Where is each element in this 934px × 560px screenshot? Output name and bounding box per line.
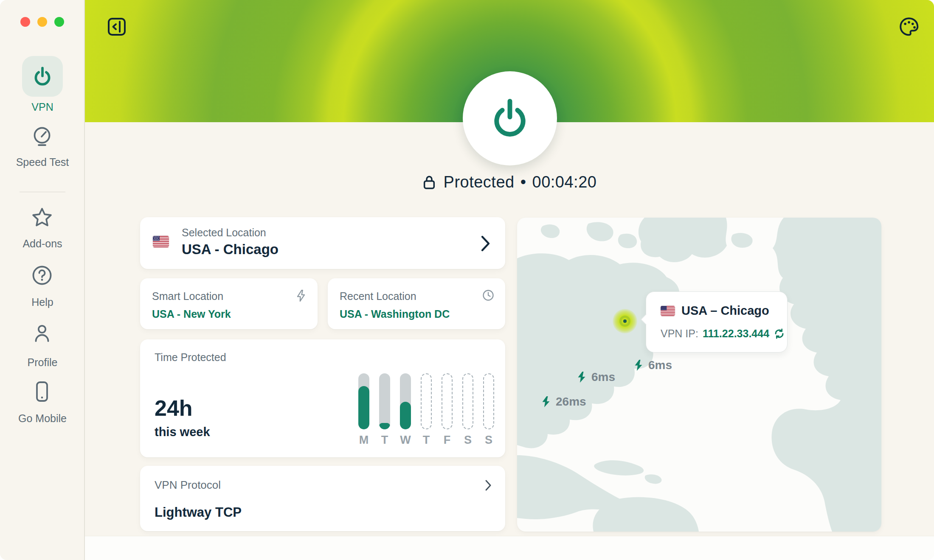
time-protected-card: Time Protected 24h this week MTWTFSS — [140, 339, 505, 457]
sidebar-item-add-ons[interactable]: Add-ons — [0, 238, 85, 250]
latency-marker: 6ms — [577, 370, 615, 384]
recent-location-card[interactable]: Recent Location USA - Washington DC — [328, 278, 505, 329]
sidebar-divider — [20, 192, 65, 192]
sidebar-item-vpn-label: VPN — [0, 101, 85, 113]
bolt-icon — [577, 371, 587, 384]
collapse-sidebar-icon[interactable] — [107, 17, 127, 36]
day-bar — [483, 373, 494, 429]
traffic-lights — [20, 17, 64, 27]
day-label: T — [379, 434, 390, 447]
vpn-protocol-value: Lightway TCP — [155, 505, 242, 520]
power-icon — [488, 96, 532, 140]
clock-icon — [482, 289, 494, 301]
power-icon — [31, 65, 53, 87]
bolt-icon — [633, 359, 644, 372]
time-protected-period: this week — [155, 425, 210, 439]
map-panel: 6ms 6ms 26ms — [517, 218, 881, 532]
bolt-icon — [295, 289, 307, 302]
status-separator: • — [520, 173, 526, 191]
sidebar-item-profile[interactable]: Profile — [0, 356, 85, 369]
day-bar — [462, 373, 473, 429]
close-window-button[interactable] — [20, 17, 30, 27]
sidebar: VPN Speed Test Add-ons Help Profile Go M… — [0, 0, 85, 560]
vpn-protocol-card[interactable]: VPN Protocol Lightway TCP — [140, 466, 505, 531]
day-bar — [379, 373, 390, 429]
app-window: VPN Speed Test Add-ons Help Profile Go M… — [0, 0, 934, 560]
chevron-right-icon — [485, 479, 492, 491]
us-flag-icon — [153, 236, 169, 247]
time-protected-total: 24h — [155, 395, 193, 421]
day-bar — [358, 373, 369, 429]
latency-marker: 6ms — [633, 358, 672, 372]
selected-location-value: USA - Chicago — [182, 241, 279, 258]
sidebar-item-help[interactable]: Help — [0, 296, 85, 308]
vpn-protocol-label: VPN Protocol — [155, 479, 221, 492]
power-toggle-button[interactable] — [463, 71, 557, 165]
day-bar — [400, 373, 411, 429]
smart-location-value: USA - New York — [152, 308, 231, 320]
status-label: Protected — [444, 173, 515, 191]
connection-status: Protected • 00:04:20 — [85, 173, 934, 191]
day-label: S — [483, 434, 494, 447]
sidebar-item-speed-test[interactable]: Speed Test — [0, 156, 85, 168]
minimize-window-button[interactable] — [37, 17, 47, 27]
vpn-ip-label: VPN IP: — [661, 328, 698, 340]
star-icon[interactable] — [31, 207, 53, 227]
time-protected-chart-labels: MTWTFSS — [358, 434, 494, 447]
refresh-icon[interactable] — [774, 328, 785, 339]
vpn-ip-value: 111.22.33.444 — [703, 328, 769, 340]
time-protected-label: Time Protected — [155, 351, 226, 364]
selected-location-card[interactable]: Selected Location USA - Chicago — [140, 217, 505, 269]
lock-icon — [422, 174, 436, 190]
footer-strip — [85, 536, 934, 560]
chevron-right-icon — [481, 235, 491, 252]
sidebar-item-go-mobile[interactable]: Go Mobile — [0, 412, 85, 425]
bolt-icon — [541, 395, 551, 408]
day-bar — [421, 373, 432, 429]
smart-location-label: Smart Location — [152, 290, 223, 302]
day-label: S — [462, 434, 473, 447]
sidebar-item-vpn[interactable] — [22, 56, 63, 97]
help-icon[interactable] — [31, 265, 53, 286]
mobile-icon[interactable] — [31, 380, 53, 403]
zoom-window-button[interactable] — [54, 17, 64, 27]
tooltip-location-title: USA – Chicago — [681, 304, 769, 318]
world-map — [517, 218, 881, 532]
profile-icon[interactable] — [31, 323, 53, 344]
recent-location-value: USA - Washington DC — [340, 308, 450, 320]
us-flag-icon — [661, 306, 675, 316]
theme-palette-icon[interactable] — [898, 16, 920, 37]
day-label: F — [442, 434, 453, 447]
latency-marker: 26ms — [541, 395, 586, 409]
recent-location-label: Recent Location — [340, 290, 416, 302]
day-bar — [442, 373, 453, 429]
location-tooltip: USA – Chicago VPN IP: 111.22.33.444 — [646, 291, 788, 353]
smart-location-card[interactable]: Smart Location USA - New York — [140, 278, 318, 329]
day-label: M — [358, 434, 369, 447]
time-protected-chart — [358, 373, 494, 429]
speedometer-icon[interactable] — [31, 126, 53, 148]
session-timer: 00:04:20 — [532, 173, 597, 191]
selected-location-label: Selected Location — [182, 227, 279, 239]
day-label: W — [400, 434, 411, 447]
day-label: T — [421, 434, 432, 447]
